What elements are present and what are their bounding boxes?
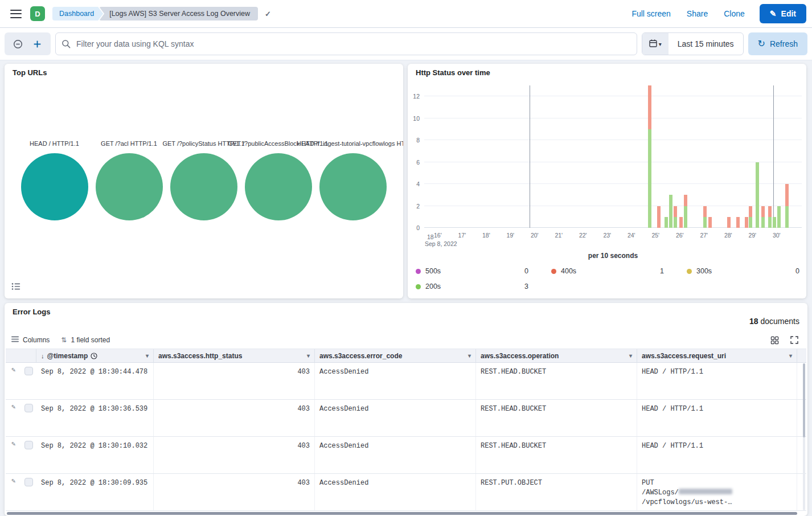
chevron-down-icon[interactable]: ▾ [307,353,310,359]
fullscreen-icon[interactable] [789,335,799,345]
kql-search-input[interactable] [55,32,637,55]
bar-segment-200s[interactable] [684,206,687,228]
bar-segment-200s[interactable] [665,217,668,228]
clone-link[interactable]: Clone [724,9,745,18]
chevron-down-icon[interactable]: ▾ [789,353,792,359]
disable-filters-icon[interactable] [12,38,24,50]
bar-segment-400s[interactable] [674,206,677,217]
expand-row-icon[interactable]: ✎ [11,478,15,510]
cell-http_status: 403 [154,363,315,399]
bar-segment-400s[interactable] [657,206,661,228]
column-header-error_code[interactable]: aws.s3access.error_code▾ [315,349,476,362]
y-tick-label: 6 [416,159,420,166]
bar-segment-200s[interactable] [756,162,759,228]
cell-error_code: AccessDenied [315,363,476,399]
pie-chart: GET /?publicAccessBlock HTTP/1.1 [241,140,315,220]
bar-segment-400s[interactable] [679,217,683,228]
chevron-down-icon[interactable]: ▾ [629,353,632,359]
calendar-button[interactable]: ▾ [642,33,669,55]
legend-item-500s[interactable]: 500s0 [416,267,528,276]
sort-desc-icon: ↓ [41,353,44,359]
legend-toggle-icon[interactable] [11,282,20,293]
refresh-button[interactable]: ↻ Refresh [748,32,807,55]
bar-segment-200s[interactable] [773,217,776,228]
columns-button[interactable]: Columns [11,336,50,344]
row-checkbox[interactable] [24,367,33,375]
x-tick-label: 18' [482,232,490,239]
expand-row-icon[interactable]: ✎ [11,441,15,473]
bar-segment-400s[interactable] [708,217,712,228]
cell-operation: REST.HEAD.BUCKET [476,363,637,399]
legend-label: 200s [425,282,441,290]
vertical-scrollbar-thumb[interactable] [803,363,805,437]
vertical-scrollbar [803,363,805,510]
menu-icon[interactable] [10,10,22,18]
bar-segment-200s[interactable] [749,217,752,228]
panel-error-logs: Error Logs 18documents Columns ⇅ 1 field… [5,303,807,516]
legend-value: 1 [660,267,664,275]
time-range-button[interactable]: Last 15 minutes [669,33,743,55]
chevron-down-icon[interactable]: ▾ [468,353,471,359]
panel-http-status: Http Status over time 02468101216'17'18'… [408,64,806,298]
y-tick-label: 0 [416,224,420,231]
bar-segment-400s[interactable] [785,184,789,206]
horizontal-scrollbar-thumb[interactable] [7,512,797,515]
breadcrumb: Dashboard [Logs AWS] S3 Server Access Lo… [52,7,258,21]
bar-segment-200s[interactable] [768,217,772,228]
pie-slice[interactable] [245,153,312,220]
bar-segment-200s[interactable] [648,129,651,228]
row-expand-cell: ✎ [6,437,21,473]
column-header-request_uri[interactable]: aws.s3access.request_uri▾ [637,349,797,362]
bar-segment-400s[interactable] [703,206,707,217]
cell-request_uri: HEAD / HTTP/1.1 [637,437,797,473]
row-expand-cell: ✎ [6,474,21,510]
pie-slice[interactable] [21,153,88,220]
expand-row-icon[interactable]: ✎ [11,404,15,436]
bar-segment-400s[interactable] [648,85,651,129]
gridline [424,140,802,140]
pie-slice[interactable] [170,153,237,220]
edit-button[interactable]: ✎ Edit [760,4,806,23]
sort-fields-button[interactable]: ⇅ 1 field sorted [61,336,110,344]
bar-segment-400s[interactable] [768,206,772,217]
breadcrumb-dashboard[interactable]: Dashboard [52,7,103,21]
bar-segment-200s[interactable] [761,217,765,228]
space-avatar[interactable]: D [30,6,45,21]
row-checkbox[interactable] [24,441,33,449]
bar-segment-200s[interactable] [669,195,672,228]
column-header-timestamp[interactable]: ↓@timestamp▾ [36,349,154,362]
legend-item-200s[interactable]: 200s3 [416,282,528,291]
pie-label: GET /?acl HTTP/1.1 [101,140,157,148]
row-checkbox[interactable] [24,478,33,486]
bar-segment-400s[interactable] [745,217,748,228]
legend-dot [551,269,556,274]
column-header-http_status[interactable]: aws.s3access.http_status▾ [154,349,315,362]
legend-item-400s[interactable]: 400s1 [551,267,664,276]
bar-segment-400s[interactable] [684,195,687,206]
row-checkbox[interactable] [24,404,33,412]
full-screen-link[interactable]: Full screen [631,9,670,18]
bar-segment-200s[interactable] [785,206,789,228]
bar-segment-400s[interactable] [727,217,731,228]
pie-slice[interactable] [96,153,163,220]
pie-chart: GET /?policyStatus HTTP/1.1 [166,140,241,220]
bar-segment-400s[interactable] [736,217,740,228]
time-marker-line [773,85,774,228]
columns-icon [11,336,19,344]
pie-slice[interactable] [319,153,387,220]
share-link[interactable]: Share [687,9,708,18]
bar-segment-400s[interactable] [761,206,765,217]
chevron-down-icon[interactable]: ▾ [146,353,149,359]
add-filter-icon[interactable] [31,38,43,50]
bar-segment-400s[interactable] [749,206,752,217]
grid-header-row: ↓@timestamp▾aws.s3access.http_status▾aws… [6,349,806,363]
cell-operation: REST.HEAD.BUCKET [476,400,637,436]
display-options-icon[interactable] [769,335,780,346]
expand-row-icon[interactable]: ✎ [11,367,15,399]
legend-item-300s[interactable]: 300s0 [687,267,799,276]
bar-segment-200s[interactable] [777,206,781,228]
search-icon [61,39,71,51]
bar-segment-200s[interactable] [703,217,707,228]
bar-segment-200s[interactable] [674,217,677,228]
column-header-operation[interactable]: aws.s3access.operation▾ [476,349,637,362]
